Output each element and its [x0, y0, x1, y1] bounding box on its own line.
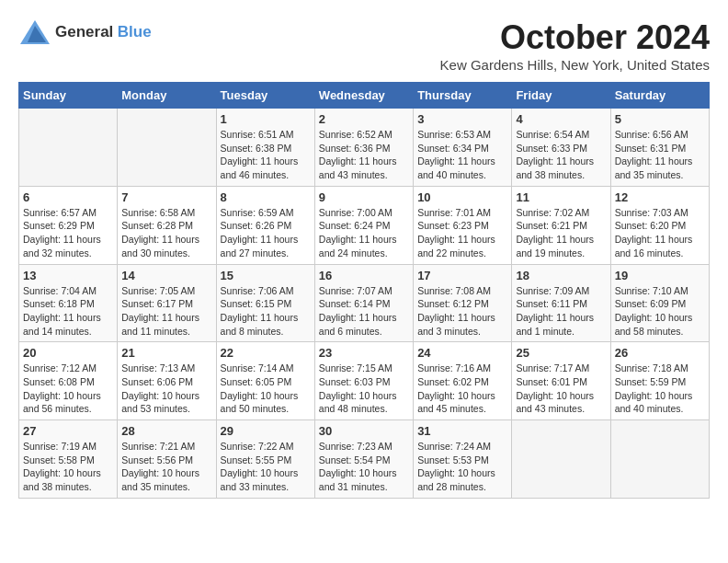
- day-number: 2: [319, 112, 409, 126]
- day-number: 31: [417, 424, 507, 438]
- calendar-cell: 2Sunrise: 6:52 AM Sunset: 6:36 PM Daylig…: [314, 109, 413, 187]
- calendar-week-row: 13Sunrise: 7:04 AM Sunset: 6:18 PM Dayli…: [19, 264, 710, 342]
- day-info: Sunrise: 7:06 AM Sunset: 6:15 PM Dayligh…: [221, 284, 311, 339]
- title-area: October 2024 Kew Gardens Hills, New York…: [440, 18, 710, 73]
- day-number: 13: [23, 269, 113, 282]
- calendar-cell: 17Sunrise: 7:08 AM Sunset: 6:12 PM Dayli…: [414, 264, 512, 342]
- calendar-cell: [610, 420, 709, 499]
- calendar-cell: 11Sunrise: 7:02 AM Sunset: 6:21 PM Dayli…: [512, 186, 610, 264]
- calendar-cell: 13Sunrise: 7:04 AM Sunset: 6:18 PM Dayli…: [19, 264, 118, 342]
- day-number: 4: [516, 112, 606, 126]
- day-number: 26: [615, 346, 705, 360]
- day-number: 10: [417, 190, 507, 204]
- calendar-table: SundayMondayTuesdayWednesdayThursdayFrid…: [18, 82, 710, 499]
- calendar-header-sunday: Sunday: [19, 83, 118, 109]
- calendar-cell: [512, 420, 610, 499]
- calendar-cell: 21Sunrise: 7:13 AM Sunset: 6:06 PM Dayli…: [118, 342, 216, 420]
- day-info: Sunrise: 7:16 AM Sunset: 6:02 PM Dayligh…: [417, 362, 507, 416]
- day-number: 22: [221, 346, 311, 360]
- calendar-cell: 6Sunrise: 6:57 AM Sunset: 6:29 PM Daylig…: [19, 186, 118, 264]
- day-info: Sunrise: 7:13 AM Sunset: 6:06 PM Dayligh…: [121, 362, 211, 416]
- calendar-cell: 1Sunrise: 6:51 AM Sunset: 6:38 PM Daylig…: [216, 109, 314, 187]
- day-info: Sunrise: 7:01 AM Sunset: 6:23 PM Dayligh…: [417, 206, 507, 260]
- day-number: 28: [121, 424, 211, 438]
- calendar-week-row: 1Sunrise: 6:51 AM Sunset: 6:38 PM Daylig…: [19, 109, 710, 187]
- logo-text-blue: Blue: [118, 23, 152, 40]
- day-number: 15: [221, 269, 311, 282]
- calendar-cell: [19, 109, 118, 187]
- day-info: Sunrise: 6:56 AM Sunset: 6:31 PM Dayligh…: [615, 128, 705, 182]
- day-number: 14: [121, 269, 211, 282]
- calendar-cell: 7Sunrise: 6:58 AM Sunset: 6:28 PM Daylig…: [118, 186, 216, 264]
- calendar-cell: 24Sunrise: 7:16 AM Sunset: 6:02 PM Dayli…: [414, 342, 512, 420]
- day-info: Sunrise: 7:17 AM Sunset: 6:01 PM Dayligh…: [516, 362, 606, 416]
- calendar-cell: 4Sunrise: 6:54 AM Sunset: 6:33 PM Daylig…: [512, 109, 610, 187]
- calendar-cell: 18Sunrise: 7:09 AM Sunset: 6:11 PM Dayli…: [512, 264, 610, 342]
- day-info: Sunrise: 7:15 AM Sunset: 6:03 PM Dayligh…: [319, 362, 409, 416]
- logo: General Blue: [18, 18, 152, 46]
- day-number: 30: [319, 424, 409, 438]
- calendar-header-thursday: Thursday: [414, 83, 512, 109]
- day-number: 8: [221, 190, 311, 204]
- day-number: 3: [417, 112, 507, 126]
- day-number: 24: [417, 346, 507, 360]
- day-info: Sunrise: 7:00 AM Sunset: 6:24 PM Dayligh…: [319, 206, 409, 260]
- calendar-cell: 5Sunrise: 6:56 AM Sunset: 6:31 PM Daylig…: [610, 109, 709, 187]
- month-title: October 2024: [440, 18, 710, 57]
- day-info: Sunrise: 6:59 AM Sunset: 6:26 PM Dayligh…: [221, 206, 311, 260]
- day-info: Sunrise: 7:21 AM Sunset: 5:56 PM Dayligh…: [121, 440, 211, 494]
- location-title: Kew Gardens Hills, New York, United Stat…: [440, 57, 710, 73]
- calendar-cell: 19Sunrise: 7:10 AM Sunset: 6:09 PM Dayli…: [610, 264, 709, 342]
- calendar-cell: 20Sunrise: 7:12 AM Sunset: 6:08 PM Dayli…: [19, 342, 118, 420]
- day-number: 18: [516, 269, 606, 282]
- calendar-cell: 27Sunrise: 7:19 AM Sunset: 5:58 PM Dayli…: [19, 420, 118, 499]
- day-info: Sunrise: 7:18 AM Sunset: 5:59 PM Dayligh…: [615, 362, 705, 416]
- calendar-week-row: 27Sunrise: 7:19 AM Sunset: 5:58 PM Dayli…: [19, 420, 710, 499]
- calendar-week-row: 6Sunrise: 6:57 AM Sunset: 6:29 PM Daylig…: [19, 186, 710, 264]
- day-number: 23: [319, 346, 409, 360]
- day-number: 20: [23, 346, 113, 360]
- calendar-week-row: 20Sunrise: 7:12 AM Sunset: 6:08 PM Dayli…: [19, 342, 710, 420]
- day-info: Sunrise: 7:12 AM Sunset: 6:08 PM Dayligh…: [23, 362, 113, 416]
- day-info: Sunrise: 7:22 AM Sunset: 5:55 PM Dayligh…: [221, 440, 311, 494]
- calendar-cell: 12Sunrise: 7:03 AM Sunset: 6:20 PM Dayli…: [610, 186, 709, 264]
- day-number: 25: [516, 346, 606, 360]
- calendar-header-monday: Monday: [118, 83, 216, 109]
- calendar-cell: 26Sunrise: 7:18 AM Sunset: 5:59 PM Dayli…: [610, 342, 709, 420]
- calendar-cell: [118, 109, 216, 187]
- calendar-cell: 15Sunrise: 7:06 AM Sunset: 6:15 PM Dayli…: [216, 264, 314, 342]
- day-info: Sunrise: 6:51 AM Sunset: 6:38 PM Dayligh…: [221, 128, 311, 182]
- day-info: Sunrise: 7:07 AM Sunset: 6:14 PM Dayligh…: [319, 284, 409, 339]
- day-number: 9: [319, 190, 409, 204]
- day-info: Sunrise: 7:24 AM Sunset: 5:53 PM Dayligh…: [417, 440, 507, 494]
- logo-icon: [18, 18, 51, 46]
- day-info: Sunrise: 7:05 AM Sunset: 6:17 PM Dayligh…: [121, 284, 211, 339]
- day-info: Sunrise: 6:53 AM Sunset: 6:34 PM Dayligh…: [417, 128, 507, 182]
- calendar-cell: 3Sunrise: 6:53 AM Sunset: 6:34 PM Daylig…: [414, 109, 512, 187]
- day-info: Sunrise: 7:08 AM Sunset: 6:12 PM Dayligh…: [417, 284, 507, 339]
- calendar-cell: 25Sunrise: 7:17 AM Sunset: 6:01 PM Dayli…: [512, 342, 610, 420]
- day-number: 12: [615, 190, 705, 204]
- day-info: Sunrise: 7:09 AM Sunset: 6:11 PM Dayligh…: [516, 284, 606, 339]
- calendar-cell: 23Sunrise: 7:15 AM Sunset: 6:03 PM Dayli…: [314, 342, 413, 420]
- day-number: 27: [23, 424, 113, 438]
- day-info: Sunrise: 7:23 AM Sunset: 5:54 PM Dayligh…: [319, 440, 409, 494]
- day-number: 6: [23, 190, 113, 204]
- calendar-header-friday: Friday: [512, 83, 610, 109]
- calendar-cell: 29Sunrise: 7:22 AM Sunset: 5:55 PM Dayli…: [216, 420, 314, 499]
- day-number: 21: [121, 346, 211, 360]
- day-number: 16: [319, 269, 409, 282]
- day-info: Sunrise: 7:02 AM Sunset: 6:21 PM Dayligh…: [516, 206, 606, 260]
- day-info: Sunrise: 6:54 AM Sunset: 6:33 PM Dayligh…: [516, 128, 606, 182]
- day-info: Sunrise: 6:57 AM Sunset: 6:29 PM Dayligh…: [23, 206, 113, 260]
- day-number: 7: [121, 190, 211, 204]
- day-number: 11: [516, 190, 606, 204]
- calendar-header-row: SundayMondayTuesdayWednesdayThursdayFrid…: [19, 83, 710, 109]
- day-info: Sunrise: 7:04 AM Sunset: 6:18 PM Dayligh…: [23, 284, 113, 339]
- calendar-cell: 22Sunrise: 7:14 AM Sunset: 6:05 PM Dayli…: [216, 342, 314, 420]
- day-info: Sunrise: 7:14 AM Sunset: 6:05 PM Dayligh…: [221, 362, 311, 416]
- day-number: 19: [615, 269, 705, 282]
- day-number: 29: [221, 424, 311, 438]
- calendar-header-wednesday: Wednesday: [314, 83, 413, 109]
- day-info: Sunrise: 7:19 AM Sunset: 5:58 PM Dayligh…: [23, 440, 113, 494]
